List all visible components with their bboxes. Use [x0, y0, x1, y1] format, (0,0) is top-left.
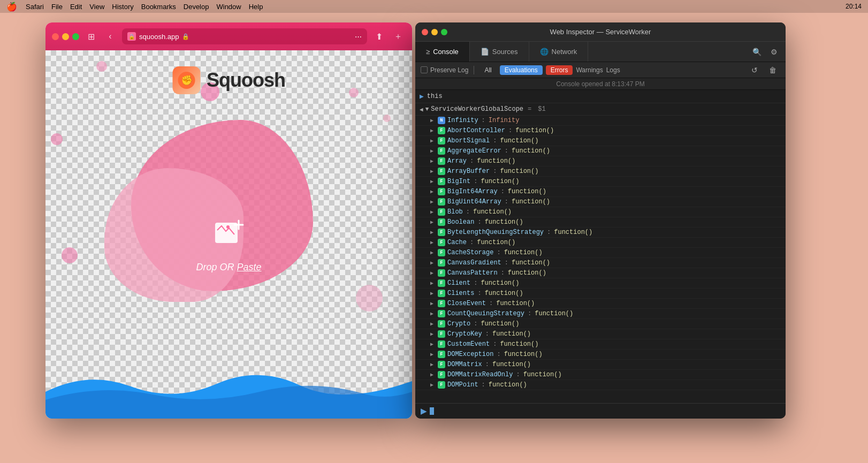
tree-item-arrow[interactable]: ▶ — [430, 361, 436, 368]
tab-network[interactable]: 🌐 Network — [529, 42, 589, 62]
url-bar[interactable]: 🔒 squoosh.app 🔒 ⋯ — [122, 28, 367, 44]
menubar-file[interactable]: File — [51, 3, 63, 11]
tree-item-arrow[interactable]: ▶ — [430, 260, 436, 266]
safari-maximize-button[interactable] — [72, 33, 79, 40]
tree-item-arrow[interactable]: ▶ — [430, 229, 436, 236]
tree-item[interactable]: ▶FCacheStorage: function() — [415, 248, 786, 258]
tree-item-arrow[interactable]: ▶ — [430, 239, 436, 246]
filter-logs-button[interactable]: Logs — [606, 66, 620, 74]
tree-item-arrow[interactable]: ▶ — [430, 280, 436, 286]
sidebar-toggle-button[interactable]: ⊞ — [83, 29, 98, 44]
tree-item[interactable]: ▶FDOMException: function() — [415, 350, 786, 360]
tree-item-arrow[interactable]: ▶ — [430, 341, 436, 347]
tree-item-arrow[interactable]: ▶ — [430, 178, 436, 185]
tree-item[interactable]: ▶FBigInt64Array: function() — [415, 187, 786, 197]
tree-item[interactable]: ▶FCache: function() — [415, 238, 786, 248]
tree-item-arrow[interactable]: ▶ — [430, 168, 436, 174]
search-button[interactable]: 🔍 — [749, 44, 764, 59]
inspector-close-button[interactable] — [422, 29, 428, 35]
apple-icon[interactable]: 🍎 — [6, 2, 17, 12]
root-expand-arrow[interactable]: ◀ — [420, 106, 423, 113]
root-collapse-arrow[interactable]: ▼ — [425, 106, 429, 112]
tree-item-arrow[interactable]: ▶ — [430, 249, 436, 256]
tree-item[interactable]: ▶FBigUint64Array: function() — [415, 197, 786, 207]
tree-item[interactable]: ▶FCountQueuingStrategy: function() — [415, 309, 786, 319]
prop-value: function() — [515, 127, 554, 134]
filter-warnings-button[interactable]: Warnings — [576, 66, 603, 74]
menubar-develop[interactable]: Develop — [184, 3, 209, 11]
tree-item[interactable]: ▶FArray: function() — [415, 156, 786, 166]
tree-item-arrow[interactable]: ▶ — [430, 219, 436, 225]
new-tab-button[interactable]: ＋ — [391, 29, 406, 44]
safari-close-button[interactable] — [52, 33, 59, 40]
tree-item[interactable]: ▶FAbortController: function() — [415, 126, 786, 136]
filter-evaluations-button[interactable]: Evaluations — [500, 65, 543, 75]
menubar-edit[interactable]: Edit — [70, 3, 82, 11]
tab-sources[interactable]: 📄 Sources — [470, 42, 529, 62]
menubar-view[interactable]: View — [89, 3, 104, 11]
menubar-help[interactable]: Help — [249, 3, 263, 11]
tree-item[interactable]: ▶FDOMMatrix: function() — [415, 360, 786, 370]
tree-item[interactable]: ▶FCustomEvent: function() — [415, 339, 786, 350]
tree-item[interactable]: ▶FCanvasPattern: function() — [415, 268, 786, 278]
inspector-maximize-button[interactable] — [441, 29, 447, 35]
paste-link[interactable]: Paste — [237, 262, 262, 272]
tree-item[interactable]: ▶FBlob: function() — [415, 207, 786, 217]
tab-console[interactable]: ≥ Console — [415, 42, 470, 62]
clear-button[interactable]: 🗑 — [765, 63, 780, 78]
filter-errors-button[interactable]: Errors — [546, 65, 573, 75]
back-button[interactable]: ‹ — [103, 29, 118, 44]
tree-item-arrow[interactable]: ▶ — [430, 321, 436, 327]
tree-item[interactable]: ▶FBigInt: function() — [415, 177, 786, 187]
preserve-log-checkbox[interactable]: Preserve Log — [421, 66, 468, 74]
tree-item[interactable]: ▶FCryptoKey: function() — [415, 329, 786, 339]
reload-button[interactable]: ↺ — [747, 63, 762, 78]
tree-item[interactable]: ▶FByteLengthQueuingStrategy: function() — [415, 227, 786, 238]
tree-item-arrow[interactable]: ▶ — [430, 270, 436, 276]
menubar-window[interactable]: Window — [216, 3, 241, 11]
tree-item-arrow[interactable]: ▶ — [430, 331, 436, 337]
tree-item-arrow[interactable]: ▶ — [430, 371, 436, 378]
tree-item[interactable]: ▶FClients: function() — [415, 289, 786, 299]
tree-item-arrow[interactable]: ▶ — [430, 188, 436, 195]
tree-item[interactable]: ▶FAbortSignal: function() — [415, 136, 786, 146]
tree-item[interactable]: ▶FCrypto: function() — [415, 319, 786, 329]
tree-item-arrow[interactable]: ▶ — [430, 290, 436, 297]
preserve-log-check-input[interactable] — [421, 66, 428, 73]
menubar-history[interactable]: History — [112, 3, 133, 11]
safari-minimize-button[interactable] — [62, 33, 69, 40]
tree-item-arrow[interactable]: ▶ — [430, 148, 436, 154]
tree-item[interactable]: ▶FArrayBuffer: function() — [415, 166, 786, 177]
filter-all-button[interactable]: All — [479, 65, 496, 75]
drop-zone[interactable]: Drop OR Paste — [196, 217, 261, 273]
tree-item-arrow[interactable]: ▶ — [430, 138, 436, 144]
share-button[interactable]: ⬆ — [371, 29, 386, 44]
tree-item[interactable]: ▶FClient: function() — [415, 278, 786, 289]
tree-item-arrow[interactable]: ▶ — [430, 310, 436, 317]
tree-item-arrow[interactable]: ▶ — [430, 199, 436, 205]
prop-name: Infinity — [447, 117, 478, 124]
menu-icon[interactable]: ⋯ — [355, 33, 362, 41]
tree-item[interactable]: ▶NInfinity: Infinity — [415, 116, 786, 126]
tree-item[interactable]: ▶FDOMMatrixReadOnly: function() — [415, 370, 786, 380]
tree-item-arrow[interactable]: ▶ — [430, 351, 436, 358]
tree-item-arrow[interactable]: ▶ — [430, 117, 436, 124]
console-content[interactable]: ▶ this ◀ ▼ ServiceWorkerGlobalScope = $1… — [415, 90, 786, 403]
tree-item-arrow[interactable]: ▶ — [430, 382, 436, 388]
tree-item[interactable]: ▶FDOMPoint: function() — [415, 380, 786, 390]
tree-item[interactable]: ▶FAggregateError: function() — [415, 146, 786, 156]
root-object-row[interactable]: ◀ ▼ ServiceWorkerGlobalScope = $1 — [415, 103, 786, 116]
tree-item[interactable]: ▶FBoolean: function() — [415, 217, 786, 227]
tree-item[interactable]: ▶FCloseEvent: function() — [415, 299, 786, 309]
tree-item-arrow[interactable]: ▶ — [430, 158, 436, 164]
tree-item[interactable]: ▶FCanvasGradient: function() — [415, 258, 786, 268]
tree-item-arrow[interactable]: ▶ — [430, 127, 436, 134]
tree-item-arrow[interactable]: ▶ — [430, 300, 436, 307]
menubar-safari[interactable]: Safari — [26, 3, 44, 11]
inspector-minimize-button[interactable] — [431, 29, 438, 35]
settings-button[interactable]: ⚙ — [766, 44, 781, 59]
squoosh-icon: ✊ — [172, 66, 200, 94]
tree-item-arrow[interactable]: ▶ — [430, 209, 436, 215]
menubar-bookmarks[interactable]: Bookmarks — [141, 3, 176, 11]
console-bottom-input[interactable]: ▶ — [415, 403, 786, 419]
